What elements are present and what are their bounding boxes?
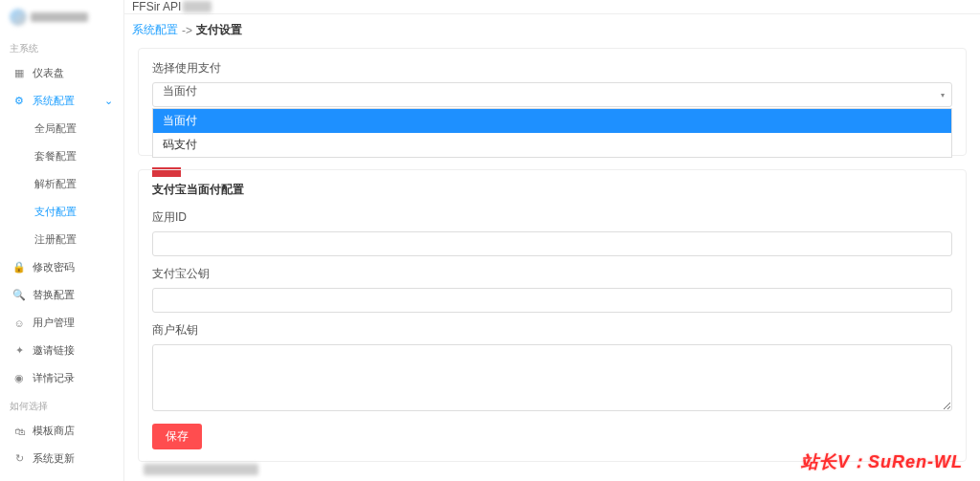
card-alipay-config: 支付宝当面付配置 应用ID 支付宝公钥 商户私钥 保存	[138, 169, 967, 462]
sidebar-item-label: 替换配置	[33, 288, 75, 302]
privkey-textarea[interactable]	[152, 344, 952, 411]
app-id-label: 应用ID	[152, 209, 952, 226]
sidebar-item-label: 邀请链接	[33, 343, 75, 358]
content: 选择使用支付 当面付 ▾ 当面付 码支付 支	[124, 44, 980, 481]
card-select-payment: 选择使用支付 当面付 ▾ 当面付 码支付	[138, 48, 967, 156]
sidebar-item-label: 系统配置	[33, 94, 75, 108]
sidebar-item-user-mgmt[interactable]: ☺ 用户管理	[0, 309, 123, 337]
chevron-down-icon: ⌄	[102, 96, 114, 107]
sidebar-item-label: 仪表盘	[33, 66, 64, 80]
sidebar-sub-parse[interactable]: 解析配置	[0, 170, 123, 198]
select-payment-label: 选择使用支付	[152, 60, 952, 77]
sidebar-sub-register[interactable]: 注册配置	[0, 226, 123, 253]
payment-option[interactable]: 当面付	[153, 109, 951, 133]
sidebar-item-template-store[interactable]: 🛍 模板商店	[0, 417, 123, 445]
config-title: 支付宝当面付配置	[152, 182, 952, 198]
sidebar-sub-payment[interactable]: 支付配置	[0, 198, 123, 226]
breadcrumb: 系统配置 -> 支付设置	[124, 14, 980, 44]
logo	[0, 0, 123, 34]
sidebar-item-label: 模板商店	[33, 424, 75, 438]
section-about: 如何选择	[0, 392, 123, 417]
sidebar-item-change-password[interactable]: 🔒 修改密码	[0, 253, 123, 281]
sidebar: 主系统 ▦ 仪表盘 ⚙ 系统配置 ⌄ 全局配置 套餐配置 解析配置 支付配置 注…	[0, 0, 124, 481]
footer-blur	[144, 464, 258, 475]
save-button[interactable]: 保存	[152, 424, 202, 449]
bag-icon: 🛍	[13, 426, 25, 437]
dashboard-icon: ▦	[13, 68, 25, 79]
pubkey-input[interactable]	[152, 288, 952, 313]
sidebar-item-dashboard[interactable]: ▦ 仪表盘	[0, 59, 123, 87]
payment-option[interactable]: 码支付	[153, 133, 951, 157]
sidebar-item-label: 系统更新	[33, 451, 75, 466]
search-icon: 🔍	[13, 290, 25, 301]
refresh-icon: ↻	[13, 453, 25, 465]
sidebar-item-system-update[interactable]: ↻ 系统更新	[0, 445, 123, 472]
sidebar-sub-global[interactable]: 全局配置	[0, 115, 123, 142]
breadcrumb-link[interactable]: 系统配置	[132, 22, 178, 38]
section-main: 主系统	[0, 34, 123, 59]
privkey-label: 商户私钥	[152, 322, 952, 339]
eye-icon: ◉	[13, 373, 25, 384]
lock-icon: 🔒	[13, 262, 25, 273]
title-blur	[183, 1, 212, 12]
main: FFSir API 系统配置 -> 支付设置 选择使用支付 当面付 ▾	[124, 0, 980, 481]
app-id-input[interactable]	[152, 231, 952, 256]
breadcrumb-sep: ->	[182, 24, 192, 37]
sidebar-item-detail-record[interactable]: ◉ 详情记录	[0, 364, 123, 392]
app-title: FFSir API	[132, 0, 181, 13]
payment-select[interactable]: 当面付 ▾ 当面付 码支付	[152, 82, 952, 107]
topbar: FFSir API	[124, 0, 980, 14]
sidebar-item-label: 详情记录	[33, 371, 75, 385]
sidebar-item-invite-link[interactable]: ✦ 邀请链接	[0, 337, 123, 364]
sidebar-item-label: 修改密码	[33, 260, 75, 274]
select-value: 当面付	[163, 84, 197, 98]
sidebar-sub-package[interactable]: 套餐配置	[0, 142, 123, 170]
chevron-down-icon: ▾	[941, 91, 945, 99]
breadcrumb-current: 支付设置	[196, 22, 242, 38]
pubkey-label: 支付宝公钥	[152, 266, 952, 282]
user-icon: ☺	[13, 317, 25, 329]
share-icon: ✦	[13, 345, 25, 357]
sidebar-item-replace-config[interactable]: 🔍 替换配置	[0, 281, 123, 309]
section-out: OUT	[0, 472, 123, 481]
sidebar-item-system-config[interactable]: ⚙ 系统配置 ⌄	[0, 87, 123, 115]
gear-icon: ⚙	[13, 96, 25, 107]
payment-dropdown: 当面付 码支付	[152, 108, 952, 158]
sidebar-item-label: 用户管理	[33, 316, 75, 330]
